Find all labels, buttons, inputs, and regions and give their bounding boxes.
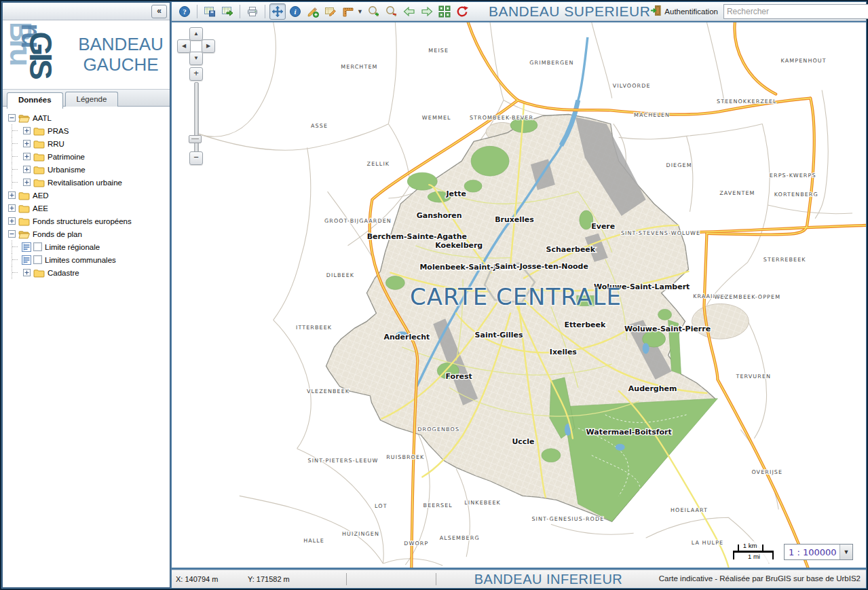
tree-item-label[interactable]: AEE (30, 204, 48, 213)
previous-extent-icon[interactable] (401, 3, 417, 20)
layer-checkbox[interactable] (33, 242, 42, 251)
tree-item-limite-r-gionale[interactable]: Limite régionale (5, 240, 167, 253)
expand-icon[interactable] (23, 269, 31, 276)
authentication-label: Authentification (664, 7, 718, 16)
help-icon[interactable]: ? (176, 3, 193, 20)
map-label: LINKEBEEK (464, 500, 501, 506)
expand-icon[interactable] (23, 127, 31, 134)
map-label: Woluwe-Saint-Pierre (624, 325, 711, 333)
tree-connector (12, 176, 20, 189)
zoom-in-icon[interactable] (366, 3, 382, 20)
tree-item-aee[interactable]: AEE (5, 202, 167, 215)
authentication-button[interactable]: Authentification (650, 5, 718, 18)
edit-geometry-icon[interactable] (322, 3, 339, 20)
tab-donnees[interactable]: Données (7, 92, 63, 109)
collapse-icon[interactable] (8, 230, 16, 238)
measure-icon[interactable] (340, 3, 356, 20)
tree-item-label[interactable]: Fonds de plan (30, 230, 82, 238)
scale-select[interactable]: 1 : 100000 ▼ (784, 544, 853, 560)
tree-item-limites-communales[interactable]: Limites communales (5, 253, 167, 266)
next-extent-icon[interactable] (419, 3, 435, 20)
pan-up-button[interactable]: ▲ (189, 27, 203, 41)
tree-item-label[interactable]: Patrimoine (45, 153, 85, 161)
top-toolbar: ?i▼ BANDEAU SUPERIEUR Authentification (172, 2, 866, 21)
chevron-down-icon[interactable]: ▼ (839, 545, 852, 559)
scale-value: 1 : 100000 (785, 547, 839, 557)
tree-item-label[interactable]: Limites communales (42, 256, 116, 264)
pan-right-button[interactable]: ▶ (202, 39, 215, 53)
collapse-icon[interactable] (8, 114, 16, 122)
tree-item-label[interactable]: Fonds structurels européens (30, 217, 132, 225)
zoom-slider-handle[interactable] (189, 135, 202, 143)
zoom-out-icon[interactable] (383, 3, 400, 20)
map-label: KORTENBERG (774, 191, 818, 198)
save-map-icon[interactable] (202, 3, 218, 20)
dropdown-caret-icon[interactable]: ▼ (357, 8, 363, 15)
tab-legende[interactable]: Légende (65, 92, 119, 108)
collapse-panel-button[interactable]: « (151, 5, 167, 18)
separator (436, 573, 436, 585)
toolbar-separator (240, 5, 240, 18)
coordinate-y: Y: 171582 m (248, 575, 290, 583)
tree-item-label[interactable]: PRAS (45, 127, 69, 135)
map-viewport[interactable]: MEISEGRIMBERGENKAMPENHOUTMERCHTEMVILVOOR… (172, 22, 866, 568)
zoom-slider-track[interactable] (194, 82, 199, 154)
tree-item-label[interactable]: Cadastre (45, 269, 79, 277)
top-banner-title: BANDEAU SUPERIEUR (489, 3, 650, 20)
full-extent-icon[interactable] (436, 3, 453, 20)
toolbar-separator (197, 5, 197, 18)
map-label: HALLE (303, 538, 324, 544)
folder-open-icon (18, 113, 30, 123)
folder-closed-icon (18, 204, 30, 213)
refresh-icon[interactable] (454, 3, 470, 20)
pan-icon[interactable] (269, 3, 286, 20)
layer-legend-icon (22, 255, 31, 265)
pan-left-button[interactable]: ◀ (177, 39, 191, 53)
map-label: ITTERBEEK (296, 325, 332, 331)
pan-down-button[interactable]: ▼ (189, 52, 203, 65)
coordinate-x: X: 140794 m (176, 575, 218, 583)
tree-item-label[interactable]: AED (30, 191, 49, 200)
print-icon[interactable] (244, 3, 261, 20)
expand-icon[interactable] (23, 179, 31, 186)
tree-item-label[interactable]: Revitalisation urbaine (45, 179, 122, 187)
tree-item-rru[interactable]: RRU (5, 137, 167, 150)
expand-icon[interactable] (8, 217, 16, 225)
info-icon[interactable]: i (287, 3, 303, 20)
folder-closed-icon (33, 178, 45, 187)
tree-item-revitalisation-urbaine[interactable]: Revitalisation urbaine (5, 176, 167, 189)
map-label: ALSEMBERG (440, 535, 480, 541)
tree-item-aatl[interactable]: AATL (5, 111, 167, 124)
map-label: Saint-Josse-ten-Noode (495, 262, 588, 271)
expand-icon[interactable] (23, 166, 31, 173)
tree-item-cadastre[interactable]: Cadastre (5, 266, 167, 279)
expand-icon[interactable] (8, 191, 16, 199)
tree-item-aed[interactable]: AED (5, 189, 167, 202)
tree-item-urbanisme[interactable]: Urbanisme (5, 163, 167, 176)
zoom-out-button[interactable]: − (189, 151, 203, 165)
tree-item-patrimoine[interactable]: Patrimoine (5, 150, 167, 163)
tree-item-fonds-de-plan[interactable]: Fonds de plan (5, 227, 167, 240)
tree-item-pras[interactable]: PRAS (5, 124, 167, 137)
draw-icon[interactable] (305, 3, 321, 20)
tree-item-label[interactable]: Urbanisme (45, 166, 86, 174)
tree-connector (12, 266, 20, 279)
tree-item-fonds-structurels-europ-ens[interactable]: Fonds structurels européens (5, 215, 167, 227)
map-canvas[interactable]: MEISEGRIMBERGENKAMPENHOUTMERCHTEMVILVOOR… (172, 22, 866, 568)
map-label: TERVUREN (735, 373, 771, 380)
tree-item-label[interactable]: RRU (45, 140, 64, 148)
zoom-in-button[interactable]: + (189, 67, 203, 81)
expand-icon[interactable] (23, 153, 31, 160)
map-label: Ixelles (550, 348, 577, 356)
search-input[interactable] (723, 4, 868, 19)
expand-icon[interactable] (8, 204, 16, 212)
separator (346, 573, 347, 585)
tree-connector (12, 253, 20, 266)
scale-bar: 1 km 1 mi (731, 541, 777, 563)
left-panel-header: « (3, 3, 170, 20)
layer-checkbox[interactable] (33, 255, 42, 264)
expand-icon[interactable] (23, 140, 31, 147)
export-map-icon[interactable] (219, 3, 235, 20)
tree-item-label[interactable]: AATL (30, 114, 52, 122)
tree-item-label[interactable]: Limite régionale (42, 243, 100, 251)
